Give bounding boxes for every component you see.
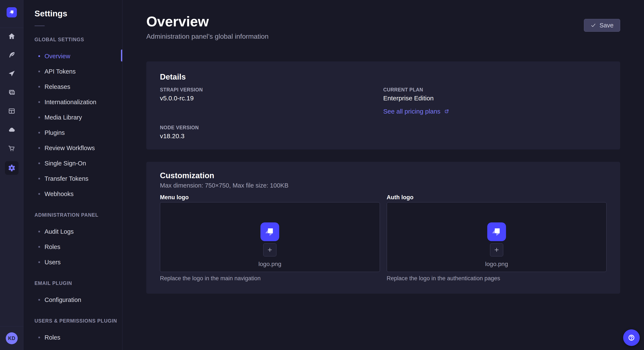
section-header-email-plugin: EMAIL PLUGIN: [34, 280, 122, 286]
strapi-mark-icon: [490, 225, 503, 238]
feather-icon: [7, 50, 16, 59]
rail-cloud-button[interactable]: [6, 124, 18, 136]
menu-logo-hint: Replace the logo in the main navigation: [160, 275, 380, 282]
bullet-icon: [38, 101, 40, 103]
sidebar-item-overview[interactable]: Overview: [24, 48, 122, 64]
current-plan-field: CURRENT PLAN Enterprise Edition See all …: [383, 87, 607, 115]
plus-icon: [266, 246, 274, 253]
main-content: Overview Administration panel’s global i…: [122, 0, 644, 350]
node-version-value: v18.20.3: [160, 133, 383, 140]
sidebar-item-plugins[interactable]: Plugins: [24, 125, 122, 140]
home-icon: [7, 31, 16, 41]
rail-settings-button[interactable]: [5, 161, 18, 175]
sidebar-item-admin-roles[interactable]: Roles: [24, 239, 122, 255]
pricing-plans-link[interactable]: See all pricing plans: [383, 108, 450, 115]
rail-content-builder-button[interactable]: [6, 49, 18, 61]
paper-plane-icon: [7, 69, 16, 78]
customization-card-title: Customization: [160, 171, 606, 180]
bullet-icon: [38, 163, 40, 164]
customization-card: Customization Max dimension: 750×750, Ma…: [146, 162, 620, 294]
settings-subnav: Settings GLOBAL SETTINGS Overview API To…: [24, 0, 122, 350]
details-card-title: Details: [160, 72, 606, 81]
rail-content-manager-button[interactable]: [6, 105, 18, 117]
bullet-icon: [38, 71, 40, 72]
strapi-version-field: STRAPI VERSION v5.0.0-rc.19: [160, 87, 383, 115]
bullet-icon: [38, 261, 40, 263]
menu-logo-dropzone[interactable]: logo.png: [160, 202, 380, 272]
menu-logo-filename: logo.png: [258, 261, 281, 268]
bullet-icon: [38, 55, 40, 57]
auth-logo-add-button[interactable]: [490, 243, 503, 256]
bullet-icon: [38, 147, 40, 149]
bullet-icon: [38, 178, 40, 179]
bullet-icon: [38, 86, 40, 88]
strapi-version-value: v5.0.0-rc.19: [160, 95, 383, 102]
sidebar-item-api-tokens[interactable]: API Tokens: [24, 64, 122, 79]
bullet-icon: [38, 193, 40, 195]
menu-logo-section: Menu logo: [160, 194, 380, 282]
menu-logo-label: Menu logo: [160, 194, 380, 200]
auth-logo-section: Auth logo: [387, 194, 607, 282]
rail-marketplace-button[interactable]: [6, 143, 18, 154]
gear-icon: [7, 163, 16, 173]
sidebar-item-admin-users[interactable]: Users: [24, 255, 122, 270]
rail-media-library-button[interactable]: [6, 86, 18, 98]
user-avatar[interactable]: KD: [6, 332, 18, 344]
strapi-version-label: STRAPI VERSION: [160, 87, 383, 93]
sidebar-item-releases[interactable]: Releases: [24, 79, 122, 94]
sidebar-item-transfer-tokens[interactable]: Transfer Tokens: [24, 171, 122, 186]
details-card: Details STRAPI VERSION v5.0.0-rc.19 CURR…: [146, 61, 620, 150]
node-version-label: NODE VERSION: [160, 125, 383, 130]
strapi-brand-logo[interactable]: [6, 7, 17, 17]
layout-icon: [7, 106, 16, 116]
auth-logo-label: Auth logo: [387, 194, 607, 200]
plus-icon: [493, 246, 500, 253]
sidebar-item-single-sign-on[interactable]: Single Sign-On: [24, 156, 122, 171]
menu-logo-add-button[interactable]: [263, 243, 276, 256]
bullet-icon: [38, 132, 40, 134]
nav-list-email-plugin: Configuration: [24, 292, 122, 308]
bullet-icon: [38, 337, 40, 338]
sidebar-item-up-roles[interactable]: Roles: [24, 330, 122, 345]
save-button[interactable]: Save: [584, 19, 620, 32]
avatar-initials: KD: [8, 336, 15, 341]
sidebar-item-internationalization[interactable]: Internationalization: [24, 94, 122, 110]
sidebar-item-media-library[interactable]: Media Library: [24, 110, 122, 125]
help-button[interactable]: [623, 329, 640, 346]
subnav-title: Settings: [34, 9, 122, 18]
strapi-mark-icon: [8, 9, 15, 16]
rail-divider: [0, 28, 23, 28]
sidebar-item-audit-logs[interactable]: Audit Logs: [24, 224, 122, 239]
section-header-administration-panel: ADMINISTRATION PANEL: [34, 212, 122, 218]
sidebar-item-review-workflows[interactable]: Review Workflows: [24, 140, 122, 156]
rail-deploy-button[interactable]: [6, 68, 18, 80]
section-header-global-settings: GLOBAL SETTINGS: [34, 37, 122, 42]
auth-logo-filename: logo.png: [485, 261, 508, 268]
rail-home-button[interactable]: [6, 30, 18, 42]
question-icon: [627, 333, 636, 342]
page-header: Overview Administration panel’s global i…: [146, 0, 620, 40]
bullet-icon: [38, 231, 40, 232]
bullet-icon: [38, 246, 40, 248]
nav-list-users-permissions-plugin: Roles Providers: [24, 330, 122, 350]
external-link-icon: [444, 108, 450, 115]
check-icon: [590, 22, 596, 28]
active-nav-indicator: [121, 49, 122, 61]
sidebar-item-webhooks[interactable]: Webhooks: [24, 186, 122, 201]
sidebar-item-up-providers[interactable]: Providers: [24, 345, 122, 350]
cart-icon: [7, 144, 16, 153]
customization-card-subtitle: Max dimension: 750×750, Max file size: 1…: [160, 182, 606, 189]
media-library-icon: [7, 88, 16, 97]
page-subtitle: Administration panel’s global informatio…: [146, 32, 268, 40]
bullet-icon: [38, 299, 40, 301]
current-plan-value: Enterprise Edition: [383, 95, 607, 102]
page-title: Overview: [146, 14, 268, 29]
nav-list-global-settings: Overview API Tokens Releases Internation…: [24, 48, 122, 201]
sidebar-item-email-configuration[interactable]: Configuration: [24, 292, 122, 308]
auth-logo-hint: Replace the logo in the authentication p…: [387, 275, 607, 282]
nav-list-administration-panel: Audit Logs Roles Users: [24, 224, 122, 270]
auth-logo-preview: [487, 222, 506, 241]
node-version-field: NODE VERSION v18.20.3: [160, 125, 383, 140]
auth-logo-dropzone[interactable]: logo.png: [387, 202, 607, 272]
strapi-mark-icon: [263, 225, 276, 238]
